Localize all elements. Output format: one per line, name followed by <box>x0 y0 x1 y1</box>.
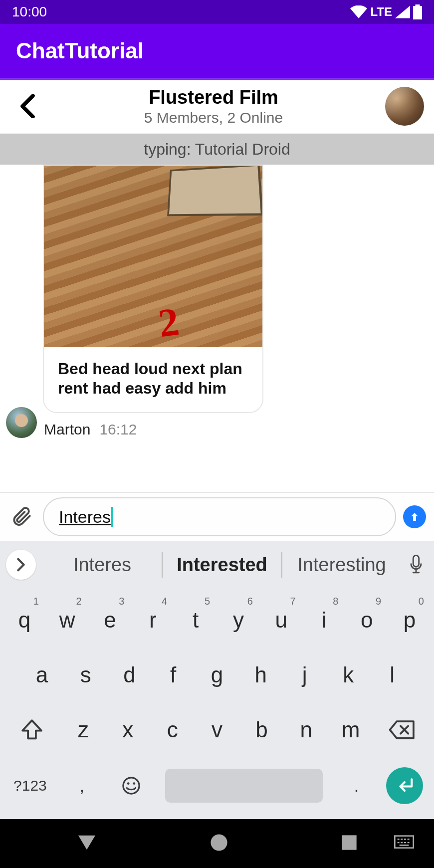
triangle-down-icon <box>77 834 97 851</box>
key-x[interactable]: x <box>106 702 150 757</box>
typing-label: typing: Tutorial Droid <box>144 140 290 159</box>
key-k[interactable]: k <box>326 648 370 702</box>
app-title: ChatTutorial <box>16 38 144 63</box>
keyboard-row-4: ?123 , . <box>3 757 431 814</box>
key-w[interactable]: w2 <box>46 593 89 648</box>
chat-header: Flustered Film 5 Members, 2 Online <box>0 80 434 134</box>
key-n[interactable]: n <box>284 702 328 757</box>
square-icon <box>341 835 357 851</box>
chevron-left-icon <box>18 94 36 118</box>
key-o[interactable]: o9 <box>345 593 388 648</box>
message-image[interactable] <box>44 166 262 347</box>
emoji-key[interactable] <box>107 776 156 795</box>
expand-suggestions-button[interactable] <box>6 550 36 580</box>
key-l[interactable]: l <box>370 648 414 702</box>
status-bar: 10:00 LTE <box>0 0 434 24</box>
key-z[interactable]: z <box>61 702 105 757</box>
keyboard: q1w2e3r4t5y6u7i8o9p0 asdfghjkl zxcvbnm ?… <box>0 589 434 819</box>
key-p[interactable]: p0 <box>388 593 431 648</box>
key-f[interactable]: f <box>151 648 195 702</box>
period-key[interactable]: . <box>332 776 381 796</box>
circle-icon <box>210 834 228 852</box>
text-cursor <box>111 507 113 527</box>
svg-point-1 <box>127 782 130 785</box>
key-y[interactable]: y6 <box>217 593 260 648</box>
nav-back-button[interactable] <box>77 834 97 853</box>
svg-rect-4 <box>342 835 357 850</box>
message-list[interactable]: Bed head loud next plan rent had easy ad… <box>0 165 434 492</box>
voice-input-button[interactable] <box>401 555 431 575</box>
wifi-icon <box>350 5 367 18</box>
keyboard-suggestion-bar: Interes Interested Interesting <box>0 541 434 589</box>
status-time: 10:00 <box>12 4 47 20</box>
message-input[interactable]: Interes <box>43 497 396 536</box>
backspace-key[interactable] <box>373 702 431 757</box>
comma-key[interactable]: , <box>57 776 107 796</box>
send-button[interactable] <box>403 505 426 528</box>
sender-avatar[interactable] <box>6 407 37 438</box>
nav-keyboard-switch-button[interactable] <box>394 835 414 852</box>
enter-key[interactable] <box>386 767 423 804</box>
enter-icon <box>395 777 415 794</box>
message-meta: Marton 16:12 <box>44 421 137 438</box>
key-e[interactable]: e3 <box>89 593 132 648</box>
key-b[interactable]: b <box>239 702 284 757</box>
keyboard-row-1: q1w2e3r4t5y6u7i8o9p0 <box>3 593 431 648</box>
message-sender: Marton <box>44 421 90 438</box>
suggestion-3[interactable]: Interesting <box>282 554 401 576</box>
paperclip-icon <box>11 506 32 527</box>
message-bubble[interactable]: Bed head loud next plan rent had easy ad… <box>43 165 263 413</box>
key-t[interactable]: t5 <box>174 593 217 648</box>
message-text: Bed head loud next plan rent had easy ad… <box>44 347 262 412</box>
channel-avatar[interactable] <box>385 87 424 126</box>
input-value: Interes <box>59 507 111 527</box>
typing-indicator: typing: Tutorial Droid <box>0 134 434 165</box>
key-s[interactable]: s <box>64 648 108 702</box>
status-indicators: LTE <box>350 4 422 19</box>
key-a[interactable]: a <box>20 648 64 702</box>
chat-subtitle: 5 Members, 2 Online <box>42 109 385 126</box>
key-d[interactable]: d <box>108 648 152 702</box>
keyboard-icon <box>394 835 414 850</box>
battery-icon <box>413 4 422 19</box>
key-i[interactable]: i8 <box>303 593 346 648</box>
keyboard-row-2: asdfghjkl <box>3 648 431 702</box>
nav-recents-button[interactable] <box>341 835 357 853</box>
svg-rect-5 <box>395 836 413 848</box>
chat-title-block[interactable]: Flustered Film 5 Members, 2 Online <box>42 87 385 126</box>
nav-home-button[interactable] <box>210 834 228 854</box>
shift-icon <box>21 719 43 741</box>
chat-title: Flustered Film <box>42 87 385 108</box>
key-m[interactable]: m <box>328 702 373 757</box>
signal-icon <box>395 5 410 18</box>
key-g[interactable]: g <box>195 648 239 702</box>
app-bar: ChatTutorial <box>0 24 434 80</box>
key-j[interactable]: j <box>283 648 327 702</box>
suggestion-1[interactable]: Interes <box>43 554 162 576</box>
chevron-right-icon <box>15 558 27 572</box>
key-h[interactable]: h <box>239 648 283 702</box>
emoji-icon <box>122 776 141 795</box>
composer-bar: Interes <box>0 492 434 541</box>
key-c[interactable]: c <box>150 702 195 757</box>
spacebar-key[interactable] <box>165 769 323 803</box>
svg-point-0 <box>123 778 139 794</box>
keyboard-row-3: zxcvbnm <box>3 702 431 757</box>
key-v[interactable]: v <box>195 702 239 757</box>
svg-point-2 <box>133 782 136 785</box>
microphone-icon <box>409 555 424 575</box>
backspace-icon <box>389 720 415 740</box>
shift-key[interactable] <box>3 702 61 757</box>
key-q[interactable]: q1 <box>3 593 46 648</box>
message-row: Bed head loud next plan rent had easy ad… <box>6 165 428 438</box>
symbols-key[interactable]: ?123 <box>3 777 57 794</box>
network-label: LTE <box>370 5 392 19</box>
attachment-button[interactable] <box>8 506 36 527</box>
svg-point-3 <box>211 834 227 851</box>
back-button[interactable] <box>12 91 42 121</box>
key-u[interactable]: u7 <box>260 593 303 648</box>
key-r[interactable]: r4 <box>131 593 174 648</box>
message-time: 16:12 <box>99 421 137 438</box>
suggestion-2[interactable]: Interested <box>163 554 281 576</box>
system-nav-bar <box>0 819 434 868</box>
